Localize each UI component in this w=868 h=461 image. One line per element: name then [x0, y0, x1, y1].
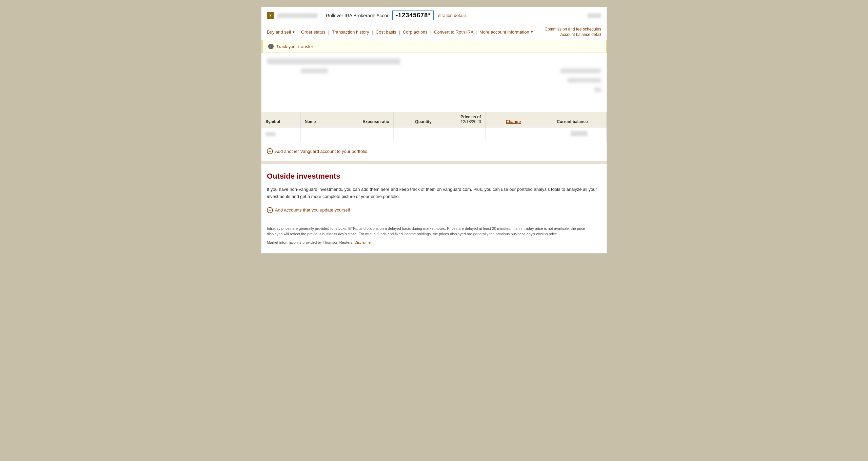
account-number-right: [588, 13, 601, 18]
account-number-box: -12345678*: [392, 11, 434, 20]
nav-more-info[interactable]: More account information ▼: [479, 29, 534, 35]
add-accounts-link[interactable]: + Add accounts that you update yourself: [267, 207, 601, 213]
transfer-banner: i Track your transfer: [261, 40, 607, 53]
nav-buy-sell[interactable]: Buy and sell ▼: [267, 29, 295, 35]
registration-link[interactable]: stration details: [438, 13, 467, 18]
symbol-cell: [261, 127, 300, 141]
summary-section: [261, 53, 607, 112]
holdings-table-wrapper: Symbol Name Expense ratio Quantity Price…: [261, 112, 607, 141]
add-vanguard-account-link[interactable]: + Add another Vanguard account to your p…: [267, 148, 601, 154]
disclaimer-section: Intraday prices are generally provided f…: [261, 220, 607, 254]
holdings-table: Symbol Name Expense ratio Quantity Price…: [261, 112, 607, 141]
name-cell: [300, 127, 334, 141]
account-separator: –: [320, 13, 323, 18]
quantity-cell: [393, 127, 436, 141]
plus-circle-outside-icon: +: [267, 207, 273, 213]
summary-blur-6: [560, 68, 601, 73]
disclaimer-text-2: Market information is provided by Thomso…: [267, 240, 601, 245]
summary-blur-5: [301, 68, 328, 73]
nav-commission-fee[interactable]: Commission and fee schedules: [545, 27, 601, 32]
buy-sell-arrow-icon: ▼: [292, 30, 295, 34]
summary-blur-8: [594, 87, 601, 92]
outside-investments-desc: If you have non-Vanguard investments, yo…: [267, 186, 601, 200]
add-account-section: + Add another Vanguard account to your p…: [261, 141, 607, 161]
summary-blur-title: [267, 58, 400, 64]
col-symbol: Symbol: [261, 112, 300, 127]
outside-investments-section: Outside investments If you have non-Vang…: [261, 161, 607, 220]
col-extra: [592, 112, 607, 127]
summary-blur-7: [567, 78, 601, 83]
plus-circle-icon: +: [267, 148, 273, 154]
account-name-blur: [277, 13, 318, 18]
balance-blur: [571, 131, 588, 136]
info-icon: i: [268, 44, 274, 49]
col-current-balance: Current balance: [525, 112, 592, 127]
change-cell: [485, 127, 525, 141]
nav-right-links: Commission and fee schedules Account bal…: [545, 27, 601, 37]
nav-transaction-history[interactable]: Transaction history: [331, 29, 370, 35]
extra-cell: [592, 127, 607, 141]
nav-bar: Buy and sell ▼ | Order status | Transact…: [261, 24, 607, 40]
nav-cost-basis[interactable]: Cost basis: [375, 29, 397, 35]
col-expense-ratio: Expense ratio: [334, 112, 393, 127]
outside-investments-title: Outside investments: [267, 172, 601, 181]
expense-ratio-cell: [334, 127, 393, 141]
balance-cell: [525, 127, 592, 141]
col-name: Name: [300, 112, 334, 127]
nav-order-status[interactable]: Order status: [300, 29, 326, 35]
track-transfer-link[interactable]: Track your transfer: [276, 44, 313, 49]
col-price-as-of: Price as of 12/18/2020: [436, 112, 486, 127]
price-cell: [436, 127, 486, 141]
col-quantity: Quantity: [393, 112, 436, 127]
nav-account-balance[interactable]: Account balance detail: [560, 32, 601, 37]
disclaimer-link[interactable]: Disclaimer: [354, 240, 372, 244]
nav-convert-roth[interactable]: Convert to Roth IRA: [433, 29, 474, 35]
symbol-blur: [265, 132, 276, 136]
account-header: – Rollover IRA Brokerage Accou -12345678…: [261, 7, 607, 24]
disclaimer-text-1: Intraday prices are generally provided f…: [267, 226, 601, 237]
more-info-arrow-icon: ▼: [530, 30, 534, 34]
table-row: [261, 127, 607, 141]
account-dropdown-icon[interactable]: [267, 12, 274, 19]
nav-corp-actions[interactable]: Corp actions: [402, 29, 428, 35]
account-type-label: Rollover IRA Brokerage Accou: [326, 13, 390, 18]
col-change[interactable]: Change: [485, 112, 525, 127]
